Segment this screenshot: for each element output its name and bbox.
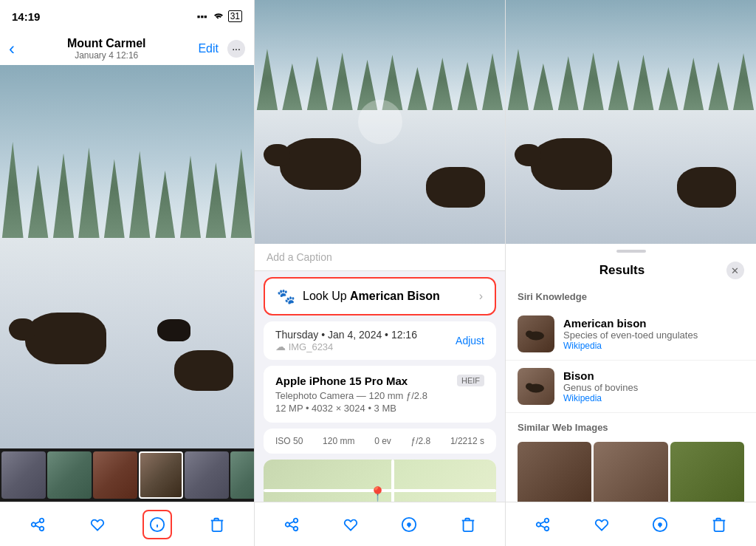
map-section[interactable]: 📍 [264, 460, 496, 502]
bison-scene-3 [506, 0, 756, 244]
panel-results: Results ✕ Siri Knowledge American bison … [506, 0, 756, 546]
panel-right-toolbar [506, 502, 756, 546]
photo-top-right[interactable] [506, 0, 756, 244]
lookup-prefix: Look Up [303, 290, 350, 302]
bison-main-3 [531, 138, 612, 190]
bison-thumbnail-icon [525, 325, 547, 343]
main-photo[interactable] [0, 65, 254, 448]
knowledge-desc-2: Genus of bovines [563, 382, 638, 393]
bison-scene-2 [255, 0, 505, 244]
bison-main [25, 313, 106, 364]
photo-top-middle[interactable] [255, 0, 505, 244]
back-button[interactable]: ‹ [9, 38, 15, 59]
caption-row[interactable]: Add a Caption [255, 244, 505, 271]
similar-web-label: Similar Web Images [506, 419, 756, 439]
map-pin: 📍 [368, 485, 387, 502]
lookup-text: Look Up American Bison [303, 290, 440, 303]
info-sheet: Add a Caption 🐾 Look Up American Bison ›… [255, 244, 505, 502]
thumbnail[interactable] [93, 451, 137, 499]
device-name: Apple iPhone 15 Pro Max [275, 375, 484, 387]
bison-main-2 [280, 138, 361, 190]
share-button[interactable] [23, 510, 52, 539]
trash-icon-3 [711, 516, 727, 533]
edit-button[interactable]: Edit [198, 42, 219, 55]
lookup-row[interactable]: 🐾 Look Up American Bison › [264, 277, 496, 315]
web-image-1[interactable] [518, 442, 591, 502]
web-image-2[interactable] [594, 442, 667, 502]
exif-shutter: 1/2212 s [450, 436, 484, 446]
thumbnail[interactable] [1, 451, 46, 499]
bottom-toolbar [0, 502, 254, 546]
thumbnail[interactable] [47, 451, 92, 499]
exif-row: ISO 50 120 mm 0 ev ƒ/2.8 1/2212 s [264, 429, 496, 454]
results-header: Results ✕ [506, 259, 756, 288]
map-placeholder: 📍 [264, 460, 496, 502]
siri-knowledge-label: Siri Knowledge [506, 288, 756, 308]
delete-button[interactable] [202, 510, 232, 539]
share-icon [30, 516, 46, 533]
info-button-3[interactable] [645, 510, 675, 539]
share-icon-3 [535, 516, 551, 533]
delete-button-3[interactable] [704, 510, 734, 539]
map-road-v [391, 460, 394, 502]
format-badge: HEIF [457, 375, 484, 386]
delete-button-2[interactable] [453, 510, 483, 539]
knowledge-name-2: Bison [563, 369, 638, 382]
sheet-handle [616, 250, 646, 253]
share-button-2[interactable] [277, 510, 306, 539]
paw-icon: 🐾 [277, 287, 295, 305]
nav-title: Mount Carmel January 4 12:16 [67, 37, 146, 61]
panel-photos: 14:19 ▪▪▪ 31 ‹ Mount Carmel January 4 12… [0, 0, 255, 546]
status-icons: ▪▪▪ 31 [197, 10, 242, 22]
close-button[interactable]: ✕ [726, 262, 744, 279]
share-button-3[interactable] [528, 510, 557, 539]
status-time: 14:19 [12, 10, 40, 23]
heart-button-3[interactable] [587, 510, 616, 539]
nav-subtitle: January 4 12:16 [67, 50, 146, 61]
trash-icon-2 [460, 516, 476, 533]
photo-strip [0, 448, 254, 502]
bison-scene [0, 65, 254, 448]
knowledge-item-2[interactable]: Bison Genus of bovines Wikipedia [506, 361, 756, 413]
knowledge-thumb-2 [518, 368, 554, 405]
bison-thumbnail-icon-2 [525, 378, 547, 395]
exif-focal: 120 mm [323, 436, 354, 446]
info-icon-2 [401, 516, 417, 533]
thumbnail[interactable] [139, 451, 183, 499]
web-image-3[interactable] [670, 442, 744, 502]
nav-bar: ‹ Mount Carmel January 4 12:16 Edit ··· [0, 33, 254, 65]
filename: ☁ IMG_6234 [275, 341, 417, 352]
nav-actions: Edit ··· [198, 40, 245, 58]
date-row: Thursday • Jan 4, 2024 • 12:16 ☁ IMG_623… [264, 321, 496, 360]
panel-middle-toolbar [255, 502, 505, 546]
knowledge-source-1: Wikipedia [563, 341, 698, 351]
knowledge-info-1: American bison Species of even-toed ungu… [563, 317, 698, 351]
share-icon-2 [284, 516, 300, 533]
lookup-subject: American Bison [350, 290, 440, 302]
svg-point-8 [526, 331, 533, 338]
heart-button[interactable] [83, 510, 112, 539]
heart-icon [89, 516, 106, 533]
info-button[interactable] [142, 510, 172, 539]
knowledge-source-2: Wikipedia [563, 393, 638, 403]
adjust-button[interactable]: Adjust [456, 335, 484, 347]
thumbnail[interactable] [185, 451, 229, 499]
knowledge-info-2: Bison Genus of bovines Wikipedia [563, 369, 638, 403]
info-button-2[interactable] [394, 510, 424, 539]
web-images-grid [506, 439, 756, 502]
thumbnail[interactable] [230, 451, 254, 499]
knowledge-item-1[interactable]: American bison Species of even-toed ungu… [506, 308, 756, 361]
device-section: HEIF Apple iPhone 15 Pro Max Telephoto C… [264, 366, 496, 423]
knowledge-name-1: American bison [563, 317, 698, 330]
heart-button-2[interactable] [336, 510, 365, 539]
bison-right-2 [426, 167, 485, 208]
date-text: Thursday • Jan 4, 2024 • 12:16 [275, 329, 417, 341]
more-button[interactable]: ··· [227, 40, 245, 58]
knowledge-thumb-1 [518, 315, 554, 352]
close-icon: ✕ [731, 265, 739, 276]
bison-right [174, 350, 233, 391]
battery-icon: 31 [228, 10, 242, 22]
heart-icon-3 [594, 516, 610, 533]
results-title: Results [599, 263, 645, 278]
file-specs: 12 MP • 4032 × 3024 • 3 MB [275, 403, 484, 414]
